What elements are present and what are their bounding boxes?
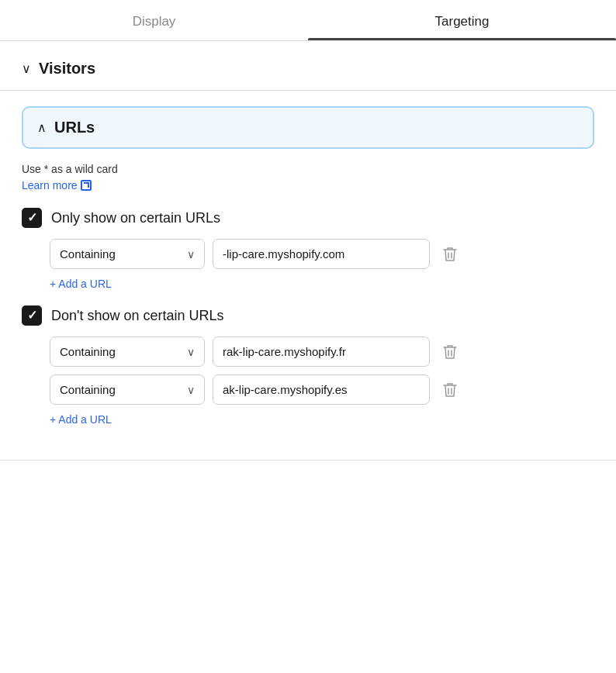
urls-chevron-icon: ∧	[37, 120, 47, 135]
dont-show-checkbox[interactable]: ✓	[22, 305, 42, 326]
tab-targeting-label: Targeting	[435, 14, 490, 29]
tab-display[interactable]: Display	[0, 0, 308, 40]
dont-show-url-row-0: Containing ∨ rak-lip-care.myshopify.fr	[50, 336, 594, 367]
only-show-url-input-0[interactable]: -lip-care.myshopify.com	[213, 239, 430, 269]
dont-show-dropdown-1[interactable]: Containing ∨	[50, 374, 205, 405]
main-content: ∨ Visitors ∧ URLs Use * as a wild card L…	[0, 41, 616, 460]
dont-show-dropdown-chevron-1: ∨	[187, 384, 195, 396]
trash-icon	[443, 247, 457, 262]
wildcard-text: Use * as a wild card	[22, 163, 594, 175]
trash-icon-2	[443, 382, 457, 398]
urls-section-header[interactable]: ∧ URLs	[22, 106, 594, 149]
dont-show-url-input-0[interactable]: rak-lip-care.myshopify.fr	[213, 336, 430, 367]
only-show-dropdown-0[interactable]: Containing ∨	[50, 239, 205, 269]
only-show-add-url-link[interactable]: + Add a URL	[50, 278, 112, 290]
visitors-chevron-icon: ∨	[22, 61, 31, 76]
only-show-dropdown-value-0: Containing	[60, 247, 116, 261]
tab-display-label: Display	[133, 14, 176, 29]
visitors-section-title: Visitors	[39, 60, 95, 78]
urls-section-title: URLs	[54, 119, 95, 136]
only-show-checkbox-row: ✓ Only show on certain URLs	[22, 208, 594, 228]
dont-show-dropdown-value-1: Containing	[60, 383, 116, 396]
dont-show-url-row-1: Containing ∨ ak-lip-care.myshopify.es	[50, 374, 594, 405]
only-show-checkmark: ✓	[27, 212, 37, 224]
dont-show-checkmark: ✓	[27, 309, 37, 322]
tabs-bar: Display Targeting	[0, 0, 616, 41]
only-show-dropdown-chevron-0: ∨	[187, 248, 195, 261]
dont-show-delete-btn-0[interactable]	[438, 340, 462, 364]
dont-show-delete-btn-1[interactable]	[438, 378, 462, 402]
wildcard-info: Use * as a wild card Learn more	[22, 163, 594, 192]
dont-show-dropdown-0[interactable]: Containing ∨	[50, 336, 205, 367]
external-link-icon	[81, 180, 92, 191]
tab-targeting[interactable]: Targeting	[308, 0, 616, 40]
tab-active-indicator	[308, 38, 616, 40]
dont-show-label: Don't show on certain URLs	[51, 308, 224, 324]
only-show-checkbox[interactable]: ✓	[22, 208, 42, 228]
dont-show-dropdown-value-0: Containing	[60, 345, 116, 358]
dont-show-url-input-1[interactable]: ak-lip-care.myshopify.es	[213, 374, 430, 405]
dont-show-dropdown-chevron-0: ∨	[187, 346, 195, 358]
trash-icon-1	[443, 344, 457, 360]
learn-more-link[interactable]: Learn more	[22, 179, 92, 192]
visitors-section-header[interactable]: ∨ Visitors	[22, 60, 594, 78]
only-show-delete-btn-0[interactable]	[438, 242, 462, 267]
bottom-divider	[0, 460, 616, 461]
only-show-url-row-0: Containing ∨ -lip-care.myshopify.com	[50, 239, 594, 269]
learn-more-label: Learn more	[22, 179, 78, 192]
only-show-label: Only show on certain URLs	[51, 210, 220, 226]
dont-show-add-url-link[interactable]: + Add a URL	[50, 413, 112, 426]
dont-show-checkbox-row: ✓ Don't show on certain URLs	[22, 305, 594, 326]
visitors-divider	[0, 90, 616, 91]
